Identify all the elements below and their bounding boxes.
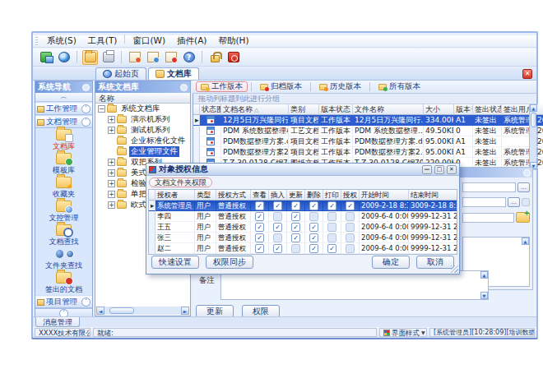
- column-header-size[interactable]: 大小: [424, 104, 454, 115]
- scroll-up-icon[interactable]: ▲: [530, 104, 537, 112]
- column-header-end-time[interactable]: 结束时间: [409, 190, 457, 201]
- sidebar-item-4[interactable]: 文档查找: [35, 224, 92, 247]
- pin-icon[interactable]: [180, 84, 188, 91]
- permission-sync-button[interactable]: 权限同步: [206, 256, 253, 269]
- property-input[interactable]: [462, 182, 516, 192]
- checkbox-checked[interactable]: ✓: [255, 244, 264, 253]
- table-row[interactable]: PDM 系统数据整理检…工艺文档工作版本PDM 系统数据整理…49.50KB0未…: [193, 126, 536, 136]
- scroll-left-icon[interactable]: ◄: [96, 307, 104, 315]
- column-header-perm-print[interactable]: 打印: [323, 190, 341, 201]
- nav-group-0[interactable]: 工作管理ˇ: [35, 103, 92, 115]
- scroll-down-icon[interactable]: ▼: [480, 292, 488, 299]
- checkbox-checked[interactable]: ✓: [327, 244, 336, 253]
- ok-button[interactable]: 确定: [372, 256, 410, 269]
- column-header-perm-grant[interactable]: 授权: [341, 190, 360, 201]
- checkbox-checked[interactable]: ✓: [346, 201, 355, 210]
- chevron-up-icon[interactable]: ˆ: [81, 118, 90, 127]
- checkbox-unchecked[interactable]: [273, 233, 282, 242]
- checkbox-checked[interactable]: ✓: [255, 212, 264, 221]
- dialog-title-bar[interactable]: 对象授权信息 — □ ✕: [146, 164, 459, 176]
- sidebar-item-3[interactable]: 文控管理: [35, 200, 92, 224]
- column-header-perm-delete[interactable]: 删除: [305, 190, 323, 201]
- tree-item-0[interactable]: −系统文档库: [95, 104, 190, 114]
- scrollbar-thumb[interactable]: [531, 113, 536, 127]
- tab-1[interactable]: 文档库: [148, 67, 199, 80]
- checkbox-unchecked[interactable]: [273, 212, 282, 221]
- table-row[interactable]: PDM数据整理方案2.doc项目文档工作版本PDM数据整理方案2.doc95.0…: [193, 147, 536, 158]
- permission-row[interactable]: 李四用户普通授权✓✓2009-6-4 0:00:009999-12-31 23:…: [149, 211, 457, 222]
- expand-icon[interactable]: +: [108, 127, 115, 134]
- sidebar-item-6[interactable]: 签出的文档: [35, 271, 92, 295]
- sidebar-item-5[interactable]: 文件夹查找: [35, 247, 92, 271]
- tree-item-4[interactable]: 企业管理文件: [95, 146, 190, 157]
- column-header-perm-insert[interactable]: 插入: [269, 190, 287, 201]
- permission-row[interactable]: 王五用户普通授权✓✓✓✓2009-6-4 0:00:009999-12-31 2…: [149, 222, 457, 233]
- mail1-button[interactable]: [127, 50, 142, 65]
- checkbox-checked[interactable]: ✓: [273, 244, 282, 253]
- globe-button[interactable]: [56, 50, 72, 65]
- expand-icon[interactable]: +: [108, 169, 115, 177]
- computers-button[interactable]: [38, 50, 53, 65]
- column-header-file-name[interactable]: 文件名称: [353, 104, 424, 115]
- table-row[interactable]: ▸12月5日万兴隆同行…项目文档工作版本12月5日万兴隆同行…334.00KBA…: [193, 115, 536, 126]
- tree-item-3[interactable]: 企业标准化文件: [95, 136, 190, 146]
- remark-textarea[interactable]: ▲ ▼: [220, 270, 489, 300]
- browse-button[interactable]: …: [508, 197, 520, 207]
- maximize-icon[interactable]: □: [434, 165, 444, 174]
- version-tab-3[interactable]: 所有版本: [374, 81, 425, 92]
- grid-vertical-scrollbar[interactable]: ▲ ▼: [529, 104, 536, 169]
- checkbox-checked[interactable]: ✓: [309, 244, 318, 253]
- property-input[interactable]: [462, 197, 506, 207]
- column-header-version-status[interactable]: 版本状态: [319, 104, 353, 115]
- tree-item-2[interactable]: +测试机系列: [95, 125, 190, 136]
- column-header-doc-name[interactable]: 文档名称△: [221, 104, 289, 115]
- tree-item-1[interactable]: +演示机系列: [95, 114, 190, 125]
- checkbox-checked[interactable]: ✓: [309, 201, 318, 210]
- checkbox-checked[interactable]: ✓: [291, 223, 300, 232]
- menu-item-4[interactable]: 帮助(H): [212, 35, 254, 48]
- menu-item-2[interactable]: 窗口(W): [127, 35, 171, 48]
- column-header-grant-mode[interactable]: 授权方式: [216, 190, 251, 201]
- version-tab-0[interactable]: 工作版本: [196, 81, 248, 92]
- nav-group-2[interactable]: 项目管理ˇ: [35, 296, 92, 308]
- nav-collapse-strip[interactable]: ︿: [35, 93, 92, 102]
- scroll-up-icon[interactable]: ▲: [480, 271, 488, 279]
- checkbox-checked[interactable]: ✓: [309, 223, 318, 232]
- checkbox-checked[interactable]: ✓: [309, 233, 318, 242]
- checkbox-checked[interactable]: ✓: [291, 201, 300, 210]
- menu-item-0[interactable]: 系统(S): [41, 35, 82, 48]
- expand-icon[interactable]: +: [108, 201, 115, 209]
- column-header-row-selector[interactable]: [149, 190, 155, 201]
- column-header-version-no[interactable]: 版本号: [454, 104, 473, 115]
- column-header-perm-update[interactable]: 更新: [287, 190, 305, 201]
- checkbox-checked[interactable]: ✓: [273, 201, 282, 210]
- sidebar-item-0[interactable]: 文档库: [35, 128, 92, 152]
- ui-style-selector[interactable]: 界面样式 ▼: [379, 328, 427, 337]
- permission-row[interactable]: ▸系统管理员用户普通授权✓✓✓✓✓✓2009-2-18 8:35:573009-…: [149, 201, 457, 211]
- open-folder-button[interactable]: [82, 50, 98, 65]
- tree-horizontal-scrollbar[interactable]: ◄ ►: [96, 307, 189, 315]
- sidebar-item-2[interactable]: 收藏夹: [35, 176, 92, 200]
- tab-0[interactable]: 起始页: [95, 67, 146, 80]
- browse-button[interactable]: …: [517, 182, 530, 192]
- exit-button[interactable]: [225, 50, 241, 65]
- checkbox-checked[interactable]: ✓: [273, 223, 282, 232]
- checkbox-checked[interactable]: ✓: [255, 233, 264, 242]
- checkbox-unchecked[interactable]: [327, 233, 336, 242]
- expand-icon[interactable]: +: [108, 159, 115, 166]
- close-icon[interactable]: ✕: [447, 165, 457, 174]
- scroll-right-icon[interactable]: ►: [181, 307, 189, 315]
- quick-setup-button[interactable]: 快速设置: [151, 256, 199, 269]
- add-folder-icon[interactable]: [516, 212, 530, 223]
- resize-grip[interactable]: [451, 265, 458, 273]
- tree-column-header[interactable]: 名称: [95, 93, 190, 104]
- permission-row[interactable]: 张三用户普通授权✓✓✓2009-6-4 0:00:009999-12-31 23…: [149, 233, 457, 243]
- cancel-button[interactable]: 取消: [416, 256, 454, 269]
- column-header-start-time[interactable]: 开始时间: [360, 190, 409, 201]
- pin-icon[interactable]: [523, 169, 531, 177]
- checkbox-checked[interactable]: ✓: [291, 233, 300, 242]
- menu-item-1[interactable]: 工具(T): [82, 35, 123, 48]
- checkbox-unchecked[interactable]: [346, 233, 355, 242]
- checkbox-checked[interactable]: ✓: [327, 201, 336, 210]
- column-header-type[interactable]: 类型: [195, 190, 216, 201]
